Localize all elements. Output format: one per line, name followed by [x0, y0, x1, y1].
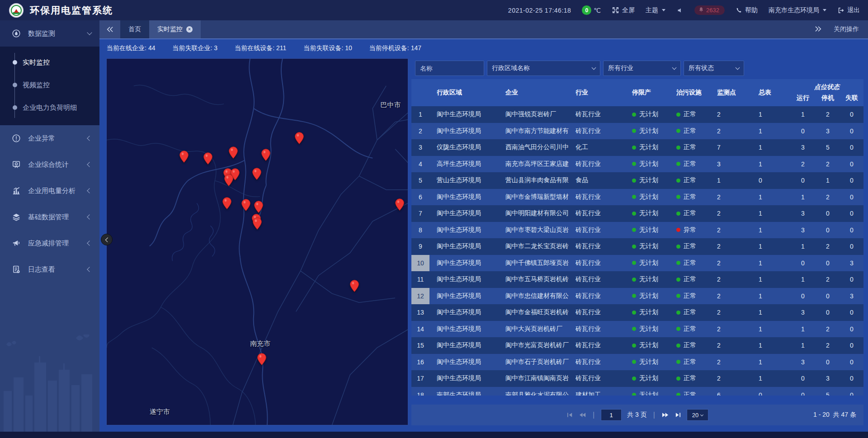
prev-page-button[interactable] — [579, 412, 586, 418]
map-pin-icon[interactable] — [203, 152, 213, 167]
table-row[interactable]: 6阆中生态环境局阆中市金博瑞新型墙材砖瓦行业无计划正常21120 — [411, 189, 863, 206]
chevron-left-icon — [87, 188, 92, 193]
table-row[interactable]: 5营山生态环境局营山县润丰肉食品有限食品无计划正常10010 — [411, 172, 863, 189]
map-pin-icon[interactable] — [222, 197, 232, 212]
mute-button[interactable] — [676, 7, 684, 14]
table-row[interactable]: 8阆中生态环境局阆中市枣碧大梁山页岩砖瓦行业无计划异常21300 — [411, 222, 863, 239]
cell-enterprise: 阆中市枣碧大梁山页岩 — [501, 222, 571, 239]
map-collapse-button[interactable] — [101, 234, 113, 245]
table-row[interactable]: 7阆中生态环境局阆中明阳建材有限公司砖瓦行业无计划正常21300 — [411, 205, 863, 222]
status-select[interactable]: 所有状态 — [684, 61, 744, 76]
tab-close-icon[interactable]: × — [186, 26, 193, 33]
cell-run: 0 — [790, 370, 816, 387]
first-page-button[interactable] — [566, 412, 573, 418]
map-pin-icon[interactable] — [179, 150, 189, 165]
sidebar-subitem-power-load-detail[interactable]: 企业电力负荷明细 — [0, 96, 99, 119]
cell-facility-status: 正常 — [672, 370, 712, 387]
tab-首页[interactable]: 首页 — [120, 20, 149, 38]
map-pin-icon[interactable] — [229, 146, 238, 161]
cell-total: 1 — [754, 106, 790, 123]
theme-menu-button[interactable]: 主题 — [646, 6, 665, 14]
status-dot-icon — [676, 179, 680, 183]
table-row[interactable]: 11阆中生态环境局阆中市五马桥页岩机砖砖瓦行业无计划正常21120 — [411, 271, 863, 288]
col-industry: 行业 — [571, 79, 627, 106]
table-row[interactable]: 10阆中生态环境局阆中千佛镇五郎垭页岩砖瓦行业无计划正常21003 — [411, 255, 863, 272]
map-panel: 巴中市南充市遂宁市 — [106, 58, 408, 425]
cell-region: 营山生态环境局 — [429, 172, 501, 189]
cell-run: 0 — [790, 288, 816, 305]
table-row[interactable]: 9阆中生态环境局阆中市二龙长宝页岩砖砖瓦行业无计划正常21120 — [411, 238, 863, 255]
cell-points: 6 — [712, 387, 754, 396]
sidebar-item-data-monitoring[interactable]: 数据监测 — [0, 20, 99, 47]
map-pin-icon[interactable] — [257, 353, 266, 367]
table-body: 1阆中生态环境局阆中强锐页岩砖厂砖瓦行业无计划正常211202阆中生态环境局阆中… — [411, 106, 863, 396]
table-row[interactable]: 3仪陇生态环境局西南油气田分公司川中化工无计划正常71350 — [411, 139, 863, 156]
table-row[interactable]: 2阆中生态环境局阆中市南方节能建材有砖瓦行业无计划正常21030 — [411, 123, 863, 140]
map-pin-icon[interactable] — [224, 174, 234, 188]
map-pin-icon[interactable] — [350, 280, 359, 294]
map-canvas[interactable] — [107, 59, 408, 425]
name-search-input[interactable] — [420, 65, 479, 72]
bullet-dot-icon — [13, 105, 17, 110]
sidebar-item-power-usage-analysis[interactable]: 企业用电量分析 — [0, 178, 99, 204]
table-row[interactable]: 15阆中生态环境局阆中市光富页岩机砖厂砖瓦行业无计划正常21120 — [411, 337, 863, 354]
cell-facility-status: 正常 — [672, 337, 712, 354]
map-pin-icon[interactable] — [395, 198, 405, 213]
map-pin-icon[interactable] — [252, 168, 262, 182]
page-size-select[interactable]: 20 — [687, 409, 708, 421]
cell-limit-status: 无计划 — [627, 255, 672, 272]
row-number: 7 — [411, 205, 429, 222]
tab-bar: 首页实时监控× 关闭操作 — [99, 20, 868, 39]
sidebar-subitem-realtime-monitor[interactable]: 实时监控 — [0, 51, 99, 74]
last-page-button[interactable] — [675, 412, 681, 418]
tab-实时监控[interactable]: 实时监控× — [149, 20, 201, 38]
table-row[interactable]: 16阆中生态环境局阆中市石子页岩机砖厂砖瓦行业无计划正常21300 — [411, 354, 863, 371]
industry-select[interactable]: 所有行业 — [603, 61, 681, 76]
sidebar-item-enterprise-stats[interactable]: 企业综合统计 — [0, 151, 99, 178]
cell-lost: 0 — [840, 172, 863, 189]
cell-run: 0 — [790, 172, 816, 189]
map-pin-icon[interactable] — [253, 217, 262, 232]
cell-enterprise: 阆中市石子页岩机砖厂 — [501, 354, 571, 371]
table-row[interactable]: 13阆中生态环境局阆中市金福旺页岩机砖砖瓦行业无计划正常21300 — [411, 304, 863, 321]
table-row[interactable]: 18南部生态环境局南部县雅化水泥有限公建材加工无计划正常60050 — [411, 387, 863, 396]
table-row[interactable]: 17阆中生态环境局阆中市江南镇阆南页岩砖瓦行业无计划正常21030 — [411, 370, 863, 387]
region-select[interactable]: 行政区域名称 — [487, 61, 600, 76]
notification-badge[interactable]: 2632 — [694, 5, 725, 15]
table-row[interactable]: 14阆中生态环境局阆中大兴页岩机砖厂砖瓦行业无计划正常21120 — [411, 321, 863, 338]
row-number: 15 — [411, 337, 429, 354]
tabs-scroll-right-button[interactable] — [815, 26, 822, 33]
cell-enterprise: 营山县润丰肉食品有限 — [501, 172, 571, 189]
sidebar-item-enterprise-abnormal[interactable]: 企业异常 — [0, 125, 99, 151]
content-area: 当前在线企业:44当前失联企业:3当前在线设备:211当前失联设备:10当前停机… — [99, 39, 868, 432]
logout-button[interactable]: 退出 — [837, 6, 860, 14]
name-search-field[interactable] — [415, 61, 484, 76]
help-button[interactable]: 帮助 — [736, 6, 758, 14]
table-row[interactable]: 1阆中生态环境局阆中强锐页岩砖厂砖瓦行业无计划正常21120 — [411, 106, 863, 123]
cell-stop: 3 — [816, 370, 840, 387]
page-number-input[interactable] — [601, 409, 622, 421]
sidebar-submenu: 实时监控视频监控企业电力负荷明细 — [0, 47, 99, 125]
status-dot-icon — [676, 360, 680, 364]
sidebar-subitem-video-monitor[interactable]: 视频监控 — [0, 74, 99, 96]
next-page-button[interactable] — [661, 412, 669, 418]
cell-industry: 砖瓦行业 — [571, 222, 627, 239]
map-pin-icon[interactable] — [294, 132, 304, 146]
map-pin-icon[interactable] — [241, 198, 251, 213]
header-actions: 2021-02-25 17:46:18 0 ℃ 全屏 主题 — [508, 5, 860, 15]
cell-lost: 0 — [840, 304, 863, 321]
close-operations-button[interactable]: 关闭操作 — [834, 25, 859, 33]
map-pin-icon[interactable] — [261, 148, 270, 163]
tabs-scroll-left-button[interactable] — [99, 20, 120, 38]
map-pin-icon[interactable] — [254, 201, 263, 215]
sidebar-item-log-view[interactable]: 日志查看 — [0, 256, 99, 283]
sidebar-item-emergency-reduction[interactable]: 应急减排管理 — [0, 230, 99, 256]
sidebar-item-base-data[interactable]: 基础数据管理 — [0, 204, 99, 230]
brand: 环保用电监管系统 — [9, 3, 113, 18]
cell-total: 1 — [754, 255, 790, 272]
fullscreen-button[interactable]: 全屏 — [612, 6, 635, 14]
org-menu-button[interactable]: 南充市生态环境局 — [769, 6, 826, 14]
table-row[interactable]: 12阆中生态环境局阆中市忠信建材有限公砖瓦行业无计划正常21003 — [411, 288, 863, 305]
table-row[interactable]: 4高坪生态环境局南充市高坪区王家店建砖瓦行业无计划正常31220 — [411, 156, 863, 173]
cell-lost: 0 — [840, 387, 863, 396]
